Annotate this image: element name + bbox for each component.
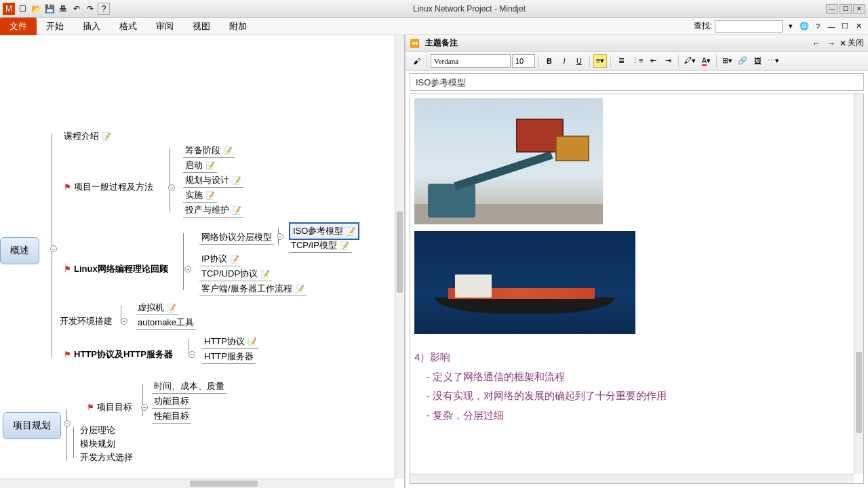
collapse-icon[interactable]: ⏪ <box>410 39 420 48</box>
more-button[interactable]: ⋯▾ <box>766 54 781 68</box>
scrollbar-thumb[interactable] <box>856 352 862 433</box>
node-module[interactable]: 模块规划 <box>80 438 115 450</box>
toggle-http[interactable]: − <box>189 351 195 358</box>
save-icon[interactable]: 💾 <box>43 3 56 15</box>
number-list-button[interactable]: ≣ <box>614 54 628 68</box>
bullet-list-button[interactable]: ⋮≡ <box>629 54 645 68</box>
toggle-overview[interactable]: − <box>50 245 57 252</box>
node-process[interactable]: ⚑项目一般过程及方法 <box>64 181 153 193</box>
subnode-layer[interactable]: 网络协议分层模型 <box>199 230 274 245</box>
mindmap-scrollbar-horizontal[interactable] <box>0 479 395 488</box>
subnode-prod[interactable]: 投产与维护📝 <box>183 203 243 218</box>
notes-body[interactable]: 4）影响 - 定义了网络通信的框架和流程 - 没有实现，对网络的发展的确起到了十… <box>410 94 864 484</box>
mindmap-canvas[interactable]: 概述 − 课程介绍📝 ⚑项目一般过程及方法 − 筹备阶段📝 启动📝 规划与设计📝… <box>0 35 404 488</box>
underline-button[interactable]: U <box>572 54 586 68</box>
note-icon[interactable]: 📝 <box>205 161 215 170</box>
open-icon[interactable]: 📂 <box>30 3 42 15</box>
link-button[interactable]: 🔗 <box>736 54 749 68</box>
toggle-process[interactable]: − <box>168 184 175 191</box>
tab-format[interactable]: 格式 <box>110 18 146 35</box>
toggle-goal[interactable]: − <box>141 404 148 411</box>
node-goal[interactable]: ⚑项目目标 <box>87 401 132 413</box>
tab-file[interactable]: 文件 <box>0 18 37 35</box>
maximize-button[interactable]: ☐ <box>840 4 852 14</box>
note-icon[interactable]: 📝 <box>230 255 239 264</box>
nav-back-button[interactable]: ← <box>810 37 823 49</box>
subnode-automake[interactable]: automake工具 <box>136 316 196 330</box>
font-color-button[interactable]: A▾ <box>699 54 713 68</box>
note-icon[interactable]: 📝 <box>232 206 241 215</box>
node-http[interactable]: ⚑HTTP协议及HTTP服务器 <box>64 348 173 361</box>
note-icon[interactable]: 📝 <box>248 338 257 346</box>
toggle-linux[interactable]: − <box>184 266 191 272</box>
undo-icon[interactable]: ↶ <box>71 3 83 15</box>
italic-button[interactable]: I <box>557 54 571 68</box>
node-linux[interactable]: ⚑Linux网络编程理论回顾 <box>64 263 168 275</box>
subnode-tcp[interactable]: TCP/UDP协议📝 <box>199 267 272 281</box>
new-icon[interactable]: ☐ <box>16 3 28 15</box>
bold-button[interactable]: B <box>542 54 556 68</box>
notes-scrollbar-vertical[interactable] <box>854 94 863 474</box>
subnode-start[interactable]: 启动📝 <box>183 159 217 173</box>
subnode-cs[interactable]: 客户端/服务器工作流程📝 <box>199 282 307 296</box>
node-env[interactable]: 开发环境搭建 <box>60 315 113 327</box>
subnode-iso-selected[interactable]: ISO参考模型📝 <box>289 222 359 240</box>
subnode-httpproto[interactable]: HTTP协议📝 <box>202 335 259 349</box>
outdent-button[interactable]: ⇤ <box>646 54 660 68</box>
table-button[interactable]: ⊞▾ <box>720 54 734 68</box>
tab-view[interactable]: 视图 <box>183 18 220 35</box>
font-select[interactable] <box>431 54 511 68</box>
redo-icon[interactable]: ↷ <box>84 3 96 15</box>
root-overview[interactable]: 概述 <box>0 237 39 264</box>
nav-fwd-button[interactable]: → <box>825 37 838 49</box>
tab-addin[interactable]: 附加 <box>220 18 256 35</box>
note-icon[interactable]: 📝 <box>346 227 355 236</box>
search-input[interactable] <box>715 20 783 33</box>
subnode-perf[interactable]: 性能目标 <box>152 409 191 424</box>
image-button[interactable]: 🖼 <box>751 54 764 68</box>
size-select[interactable] <box>512 54 535 68</box>
minimize-button[interactable]: — <box>826 4 838 14</box>
note-icon[interactable]: 📝 <box>232 176 241 185</box>
subnode-vm[interactable]: 虚拟机📝 <box>136 301 178 315</box>
note-icon[interactable]: 📝 <box>260 270 270 279</box>
notes-scrollbar-horizontal[interactable] <box>410 474 854 483</box>
scrollbar-thumb[interactable] <box>190 481 258 487</box>
note-icon[interactable]: 📝 <box>167 304 176 312</box>
toggle-layer[interactable]: − <box>277 233 283 240</box>
tab-home[interactable]: 开始 <box>37 18 73 35</box>
subnode-httpsrv[interactable]: HTTP服务器 <box>202 350 256 364</box>
subnode-func[interactable]: 功能目标 <box>152 394 191 409</box>
subnode-plan[interactable]: 规划与设计📝 <box>183 174 243 188</box>
search-web-icon[interactable]: 🌐 <box>799 21 810 32</box>
toggle-plan[interactable]: − <box>64 420 71 427</box>
search-dropdown-icon[interactable]: ▾ <box>785 21 796 32</box>
notes-close-button[interactable]: ✕关闭 <box>840 37 864 49</box>
help-icon[interactable]: ? <box>98 3 110 15</box>
subnode-prep[interactable]: 筹备阶段📝 <box>183 144 235 158</box>
note-icon[interactable]: 📝 <box>102 132 111 141</box>
subnode-impl[interactable]: 实施📝 <box>183 188 217 203</box>
mindmap-panel[interactable]: 概述 − 课程介绍📝 ⚑项目一般过程及方法 − 筹备阶段📝 启动📝 规划与设计📝… <box>0 35 406 488</box>
node-devmode[interactable]: 开发方式选择 <box>80 451 133 464</box>
subnode-time[interactable]: 时间、成本、质量 <box>152 380 226 394</box>
tab-insert[interactable]: 插入 <box>73 18 110 35</box>
note-icon[interactable]: 📝 <box>295 285 304 293</box>
ribbon-close-icon[interactable]: ✕ <box>853 21 864 32</box>
highlight-color-button[interactable]: 🖍▾ <box>682 54 698 68</box>
print-icon[interactable]: 🖶 <box>57 3 69 15</box>
ribbon-help-icon[interactable]: ? <box>812 21 823 32</box>
align-button[interactable]: ≡▾ <box>593 54 607 68</box>
subnode-tcpip[interactable]: TCP/IP模型📝 <box>289 239 351 253</box>
note-icon[interactable]: 📝 <box>223 146 233 155</box>
indent-button[interactable]: ⇥ <box>661 54 675 68</box>
root-plan[interactable]: 项目规划 <box>3 412 61 439</box>
node-intro[interactable]: 课程介绍📝 <box>64 130 111 142</box>
scrollbar-thumb[interactable] <box>397 211 403 293</box>
toggle-env[interactable]: − <box>121 318 127 325</box>
tab-review[interactable]: 审阅 <box>146 18 183 35</box>
close-button[interactable]: ✕ <box>853 4 865 14</box>
note-icon[interactable]: 📝 <box>205 191 215 200</box>
node-layerth[interactable]: 分层理论 <box>80 424 115 436</box>
ribbon-max-icon[interactable]: ☐ <box>840 21 850 32</box>
